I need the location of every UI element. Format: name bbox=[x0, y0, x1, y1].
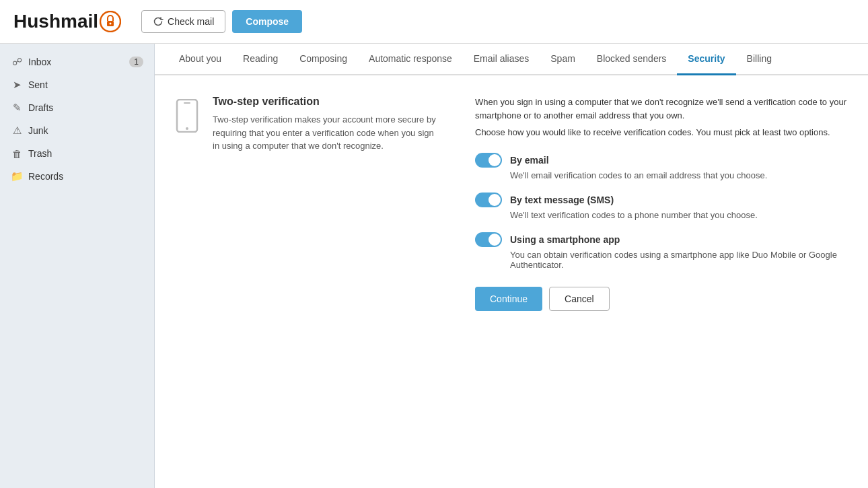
sidebar-item-drafts[interactable]: ✎ Drafts bbox=[0, 96, 154, 119]
sent-icon: ➤ bbox=[11, 79, 23, 91]
tab-security[interactable]: Security bbox=[677, 44, 735, 75]
logo: Hushmail bbox=[13, 11, 121, 32]
toggle-by-email[interactable] bbox=[475, 153, 502, 168]
verification-desc: When you sign in using a computer that w… bbox=[475, 96, 848, 122]
two-step-desc: Two-step verification makes your account… bbox=[213, 113, 441, 153]
trash-icon: 🗑 bbox=[11, 147, 23, 160]
option-sms-label: By text message (SMS) bbox=[510, 195, 614, 205]
option-email-desc: We'll email verification codes to an ema… bbox=[510, 170, 848, 180]
tabs: About you Reading Composing Automatic re… bbox=[155, 44, 868, 75]
logo-text: Hushmail bbox=[13, 11, 98, 32]
tab-automatic-response[interactable]: Automatic response bbox=[358, 44, 463, 75]
tab-email-aliases[interactable]: Email aliases bbox=[463, 44, 540, 75]
option-by-app: Using a smartphone app You can obtain ve… bbox=[475, 232, 848, 270]
sidebar-item-sent[interactable]: ➤ Sent bbox=[0, 73, 154, 96]
records-icon: 📁 bbox=[11, 170, 23, 182]
tab-blocked-senders[interactable]: Blocked senders bbox=[586, 44, 678, 75]
tab-spam[interactable]: Spam bbox=[540, 44, 586, 75]
compose-button[interactable]: Compose bbox=[232, 10, 302, 33]
security-panel: Two-step verification Two-step verificat… bbox=[155, 75, 868, 331]
sidebar-item-records[interactable]: 📁 Records bbox=[0, 165, 154, 188]
lock-icon bbox=[100, 11, 121, 32]
tab-reading[interactable]: Reading bbox=[232, 44, 289, 75]
continue-button[interactable]: Continue bbox=[475, 287, 542, 311]
verification-options: When you sign in using a computer that w… bbox=[475, 96, 848, 311]
phone-icon bbox=[175, 99, 199, 311]
junk-icon: ⚠ bbox=[11, 125, 23, 137]
two-step-info: Two-step verification Two-step verificat… bbox=[213, 96, 441, 311]
refresh-icon bbox=[153, 16, 164, 27]
option-by-sms: By text message (SMS) We'll text verific… bbox=[475, 193, 848, 220]
header: Hushmail Check mail Compose bbox=[0, 0, 868, 44]
svg-rect-3 bbox=[177, 100, 197, 132]
two-step-section: Two-step verification Two-step verificat… bbox=[175, 96, 848, 311]
option-app-label: Using a smartphone app bbox=[510, 234, 620, 245]
tab-about-you[interactable]: About you bbox=[168, 44, 232, 75]
option-email-label: By email bbox=[510, 155, 549, 166]
main-layout: ☍ Inbox 1 ➤ Sent ✎ Drafts ⚠ Junk 🗑 Trash… bbox=[0, 44, 868, 488]
verification-note: Choose how you would like to receive ver… bbox=[475, 126, 848, 139]
action-buttons: Continue Cancel bbox=[475, 287, 848, 311]
sidebar-item-inbox[interactable]: ☍ Inbox 1 bbox=[0, 50, 154, 73]
sidebar-item-junk[interactable]: ⚠ Junk bbox=[0, 119, 154, 142]
sidebar: ☍ Inbox 1 ➤ Sent ✎ Drafts ⚠ Junk 🗑 Trash… bbox=[0, 44, 155, 488]
toggle-by-app[interactable] bbox=[475, 232, 502, 247]
svg-point-5 bbox=[186, 127, 188, 130]
option-sms-desc: We'll text verification codes to a phone… bbox=[510, 210, 848, 220]
toggle-by-sms[interactable] bbox=[475, 193, 502, 207]
header-actions: Check mail Compose bbox=[141, 10, 302, 33]
check-mail-button[interactable]: Check mail bbox=[141, 10, 225, 33]
sidebar-item-trash[interactable]: 🗑 Trash bbox=[0, 142, 154, 165]
two-step-title: Two-step verification bbox=[213, 96, 441, 108]
svg-point-2 bbox=[110, 23, 112, 25]
option-by-email: By email We'll email verification codes … bbox=[475, 153, 848, 180]
drafts-icon: ✎ bbox=[11, 102, 23, 114]
tab-composing[interactable]: Composing bbox=[289, 44, 358, 75]
option-app-desc: You can obtain verification codes using … bbox=[510, 250, 848, 270]
inbox-icon: ☍ bbox=[11, 56, 23, 68]
content: About you Reading Composing Automatic re… bbox=[155, 44, 868, 488]
tab-billing[interactable]: Billing bbox=[736, 44, 783, 75]
cancel-button[interactable]: Cancel bbox=[549, 287, 610, 311]
